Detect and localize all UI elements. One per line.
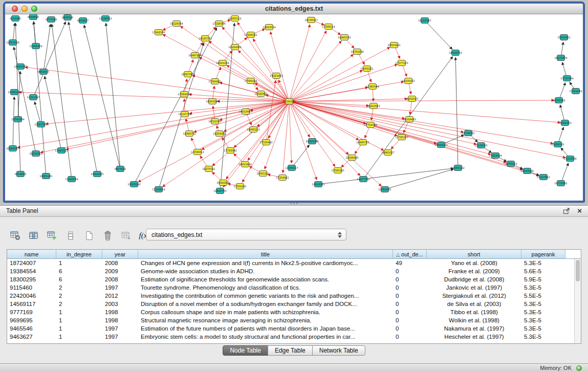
zoom-window-button[interactable] [31, 6, 37, 12]
graph-edge[interactable] [17, 101, 289, 148]
tab-edge-table[interactable]: Edge Table [268, 345, 313, 356]
graph-edge[interactable] [43, 24, 51, 72]
graph-node[interactable]: 15950122 [451, 165, 464, 171]
graph-node[interactable]: 9699695 [28, 14, 39, 20]
column-header-year[interactable]: year [102, 250, 138, 259]
table-row[interactable]: 946362711997Embryonic stem cells: a mode… [7, 333, 581, 341]
graph-node[interactable]: 18667023 [181, 72, 194, 77]
graph-node[interactable]: 18275541 [202, 166, 215, 172]
graph-node[interactable]: 15237862 [537, 174, 550, 180]
graph-node[interactable]: 11007521 [34, 122, 47, 127]
graph-edge[interactable] [180, 26, 289, 101]
graph-node[interactable]: 16510332 [208, 119, 221, 124]
graph-edge[interactable] [25, 67, 289, 101]
graph-edge[interactable] [289, 82, 404, 102]
graph-edge[interactable] [289, 101, 359, 140]
graph-node[interactable]: 16754208 [351, 49, 363, 55]
graph-node[interactable]: 11692034 [65, 177, 78, 182]
graph-edge[interactable] [289, 54, 354, 101]
graph-node[interactable]: 17715304 [560, 76, 573, 81]
graph-node[interactable]: 18129334 [170, 21, 183, 27]
graph-node[interactable]: 9115460 [10, 16, 21, 21]
graph-node[interactable]: 16941223 [558, 120, 571, 126]
graph-node[interactable]: 16510667 [239, 109, 252, 115]
graph-node[interactable]: 11058474 [29, 43, 42, 49]
import-table-icon[interactable] [119, 228, 133, 243]
graph-node[interactable]: 11311067 [27, 95, 39, 100]
graph-edge[interactable] [84, 25, 120, 169]
graph-node[interactable]: 18203296 [206, 99, 219, 104]
graph-node[interactable]: 10930755 [213, 188, 226, 194]
graph-edge[interactable] [209, 41, 289, 101]
graph-node[interactable]: 18845532 [338, 35, 351, 40]
graph-node[interactable]: 17036612 [191, 149, 204, 155]
graph-node[interactable]: 10851221 [39, 173, 52, 179]
graph-edge[interactable] [289, 101, 553, 144]
graph-node[interactable]: 13129055 [474, 143, 487, 148]
graph-edge[interactable] [561, 163, 569, 183]
graph-edge[interactable] [189, 95, 289, 101]
column-header-out_degree[interactable]: △ out_de... [393, 250, 427, 259]
network-canvas[interactable]: 1724048117254841183012511901399417724992… [5, 14, 583, 201]
table-row[interactable]: 977716911998Corpus callosum shape and si… [7, 308, 581, 316]
graph-node[interactable]: 18541224 [216, 60, 229, 66]
table-row[interactable]: 1830029562008Estimation of significance … [7, 275, 581, 283]
graph-edge[interactable] [289, 101, 539, 176]
graph-node[interactable]: 12065042 [127, 182, 140, 187]
graph-node[interactable]: 19106472 [402, 78, 415, 84]
graph-node[interactable]: 20566037 [6, 146, 19, 151]
graph-edge[interactable] [289, 101, 565, 158]
graph-edge[interactable] [289, 101, 335, 167]
graph-edge[interactable] [15, 23, 20, 174]
graph-node[interactable]: 10412055 [91, 171, 103, 177]
graph-node[interactable]: 9803410 [115, 166, 126, 172]
graph-edge[interactable] [289, 101, 292, 163]
graph-edge[interactable] [106, 23, 120, 169]
delete-icon[interactable] [100, 228, 115, 243]
graph-node[interactable]: 9554624 [15, 171, 26, 177]
window-titlebar[interactable]: citations_edges.txt [5, 4, 583, 14]
graph-node[interactable]: 15958231 [551, 142, 564, 147]
tab-network-table[interactable]: Network Table [312, 345, 365, 356]
graph-node[interactable]: 14525042 [552, 98, 565, 103]
table-row[interactable]: 2242004622012Investigating the contribut… [7, 292, 581, 300]
column-header-pagerank[interactable]: pagerank [521, 250, 565, 259]
show-columns-icon[interactable] [27, 228, 41, 243]
graph-node[interactable]: 15504021 [557, 35, 570, 40]
table-row[interactable]: 911546021997Tourette syndrome. Phenomeno… [7, 283, 581, 292]
scrollbar-thumb[interactable] [576, 260, 580, 281]
graph-node[interactable]: 14569117 [285, 165, 298, 171]
graph-node[interactable]: 19221664 [270, 73, 282, 79]
graph-edge[interactable] [223, 101, 290, 187]
close-panel-icon[interactable]: × [577, 207, 582, 214]
graph-node[interactable]: 16684205 [216, 180, 229, 186]
vertical-scrollbar[interactable] [574, 259, 581, 343]
graph-node[interactable]: 11133814 [152, 187, 165, 192]
row-options-icon[interactable] [63, 228, 78, 243]
graph-node[interactable]: 18254061 [213, 131, 226, 137]
graph-node[interactable]: 10553028 [6, 40, 19, 46]
table-row[interactable]: 1938455462009Genome-wide association stu… [7, 267, 581, 275]
graph-edge[interactable] [35, 102, 41, 124]
graph-node[interactable]: 17577103 [395, 60, 408, 66]
graph-edge[interactable] [134, 28, 217, 184]
graph-node[interactable]: 11877302 [357, 177, 369, 182]
column-header-title[interactable]: title [138, 250, 393, 259]
column-header-short[interactable]: short [427, 250, 521, 259]
graph-node[interactable]: 18322465 [254, 91, 267, 97]
graph-edge[interactable] [45, 76, 61, 150]
table-settings-icon[interactable] [8, 228, 23, 243]
graph-edge[interactable] [289, 25, 310, 101]
graph-node[interactable]: 17724992 [224, 148, 236, 154]
graph-edge[interactable] [19, 92, 289, 101]
graph-node[interactable]: 17360544 [366, 84, 379, 90]
graph-node[interactable]: 19137754 [178, 112, 191, 117]
graph-node[interactable]: 18865027 [381, 150, 394, 156]
float-panel-icon[interactable] [563, 208, 570, 214]
graph-node[interactable]: 17554201 [233, 184, 246, 189]
table-row[interactable]: 969969511998Structural magnetic resonanc… [7, 316, 581, 324]
graph-node[interactable]: 18124397 [418, 18, 431, 24]
new-file-icon[interactable] [82, 228, 96, 243]
graph-node[interactable]: 19305112 [228, 16, 241, 21]
graph-node[interactable]: 12954031 [378, 187, 391, 192]
